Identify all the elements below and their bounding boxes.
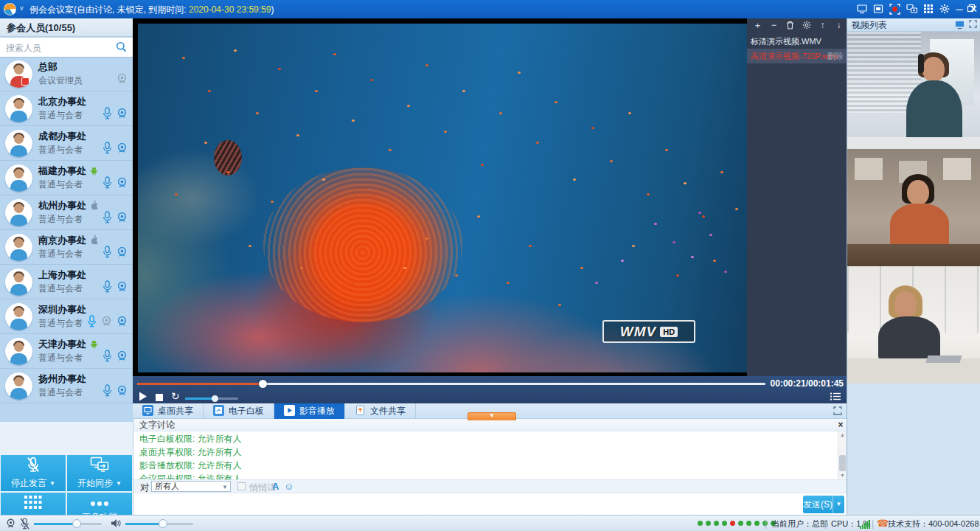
emoji-icon[interactable]: ☺ xyxy=(284,481,293,492)
playlist-move-up-icon[interactable]: ↑ xyxy=(818,21,827,30)
recipient-select[interactable]: 所有人▼ xyxy=(151,481,231,492)
webcam-icon[interactable] xyxy=(116,211,128,226)
participant-row[interactable]: 上海办事处普通与会者 xyxy=(0,265,133,299)
play-button[interactable] xyxy=(139,392,147,403)
replay-button[interactable]: ↻ xyxy=(171,390,180,402)
send-options-dropdown[interactable]: ▼ xyxy=(833,496,844,513)
webcam-feed[interactable] xyxy=(847,149,980,266)
stop-button[interactable] xyxy=(156,393,163,403)
participant-row[interactable]: 成都办事处普通与会者 xyxy=(0,126,133,161)
expand-icon[interactable] xyxy=(833,406,842,417)
participant-row[interactable]: 南京办事处普通与会者 xyxy=(0,230,133,265)
mic-icon[interactable] xyxy=(102,384,113,399)
participants-header: 参会人员(10/55) xyxy=(0,18,133,37)
separator: | xyxy=(872,518,874,529)
send-button[interactable]: 发送(S) xyxy=(803,496,833,513)
webcam-icon[interactable] xyxy=(116,176,128,191)
webcam-icon[interactable] xyxy=(116,384,128,399)
playlist-item[interactable]: 标清演示视频.WMV xyxy=(747,34,847,49)
app-logo-icon[interactable] xyxy=(4,3,16,15)
screen-share-icon[interactable] xyxy=(855,3,869,15)
participant-row[interactable]: 杭州办事处普通与会者 xyxy=(0,195,133,230)
tab-file-share[interactable]: 文件共享 xyxy=(345,403,416,419)
playlist-move-down-icon[interactable]: ↓ xyxy=(834,21,844,30)
tab-desktop-share[interactable]: 桌面共享 xyxy=(133,403,204,419)
webcam-status-icon[interactable] xyxy=(5,518,16,531)
table-decoration xyxy=(847,358,980,384)
record-icon[interactable] xyxy=(888,3,901,15)
titlebar-menu-chevron-icon[interactable]: ∨ xyxy=(19,4,25,10)
participant-row[interactable]: 天津办事处普通与会者 xyxy=(0,334,133,369)
webcam-disabled-icon[interactable] xyxy=(100,315,113,330)
more-icon xyxy=(90,499,109,509)
delete-link[interactable]: 删除 xyxy=(827,49,844,63)
video-list-expand-icon[interactable] xyxy=(969,20,977,32)
mic-icon[interactable] xyxy=(102,142,113,156)
whisper-checkbox[interactable] xyxy=(237,482,246,490)
file-share-icon xyxy=(355,405,366,418)
webcam-icon[interactable] xyxy=(116,107,128,122)
mic-icon[interactable] xyxy=(102,280,113,295)
scroll-down-icon[interactable]: ▼ xyxy=(838,472,847,479)
player-volume-slider[interactable] xyxy=(185,398,238,400)
webcam-icon[interactable] xyxy=(116,350,128,364)
search-icon[interactable] xyxy=(116,41,127,55)
panel-collapse-handle[interactable]: ▼ xyxy=(468,412,516,420)
webcam-icon[interactable] xyxy=(116,142,128,156)
video-mode-icon[interactable] xyxy=(955,20,965,32)
webcam-feed[interactable] xyxy=(847,32,980,149)
speaker-volume-slider[interactable] xyxy=(125,523,193,525)
playlist-settings-icon[interactable] xyxy=(802,21,811,30)
invite-network-icon[interactable] xyxy=(905,3,918,15)
whiteboard-icon xyxy=(213,405,224,418)
participant-row[interactable]: 深圳办事处普通与会者 xyxy=(0,299,133,334)
media-play-icon xyxy=(284,405,295,418)
stop-speaking-button[interactable]: 停止发言▼ xyxy=(1,455,66,491)
playlist-remove-icon[interactable]: − xyxy=(769,21,779,30)
progress-bar[interactable] xyxy=(137,383,765,385)
start-sync-button[interactable]: 开始同步▼ xyxy=(67,455,132,491)
playlist-toggle-icon[interactable] xyxy=(830,392,841,403)
window-mode-icon[interactable] xyxy=(872,3,885,15)
mic-volume-slider[interactable] xyxy=(34,523,102,525)
chat-scrollbar[interactable]: ▲ ▼ xyxy=(838,431,847,479)
display-grid-icon[interactable] xyxy=(922,3,935,15)
participant-row[interactable]: 福建办事处普通与会者 xyxy=(0,161,133,195)
progress-handle[interactable] xyxy=(259,380,267,388)
participant-row[interactable]: 北京办事处普通与会者 xyxy=(0,91,133,126)
mic-active-icon[interactable] xyxy=(86,315,97,330)
scroll-up-icon[interactable]: ▲ xyxy=(838,431,847,439)
player-volume-handle[interactable] xyxy=(212,395,218,402)
mic-volume-handle[interactable] xyxy=(72,519,81,528)
webcam-icon[interactable] xyxy=(116,280,128,295)
mic-icon[interactable] xyxy=(102,350,113,364)
media-playlist-panel: ＋ − ↑ ↓ 标清演示视频.WMV高清演示视频-720P.wmv删除 xyxy=(747,18,847,376)
mic-icon[interactable] xyxy=(102,176,113,191)
search-input[interactable] xyxy=(4,40,111,56)
playlist-add-icon[interactable]: ＋ xyxy=(753,21,762,30)
webcam-icon[interactable] xyxy=(116,246,128,260)
mic-icon[interactable] xyxy=(102,246,113,260)
webcam-disabled-icon[interactable] xyxy=(116,72,128,87)
playlist-trash-icon[interactable] xyxy=(785,21,795,30)
participant-row[interactable]: 扬州办事处普通与会者 xyxy=(0,369,133,403)
mic-icon[interactable] xyxy=(102,211,113,226)
mic-muted-icon[interactable] xyxy=(19,518,30,531)
close-button[interactable]: ✕ xyxy=(968,3,979,15)
webcam-icon[interactable] xyxy=(116,315,128,330)
webcam-feed[interactable] xyxy=(847,266,980,384)
speaker-volume-handle[interactable] xyxy=(159,519,167,528)
participant-row[interactable]: 总部会议管理员 xyxy=(0,57,133,91)
tab-whiteboard[interactable]: 电子白板 xyxy=(204,403,274,419)
mic-icon[interactable] xyxy=(102,107,113,122)
chat-close-icon[interactable]: × xyxy=(835,420,846,430)
settings-gear-icon[interactable] xyxy=(938,3,951,15)
scroll-thumb[interactable] xyxy=(839,455,846,471)
chat-input-area[interactable]: 发送(S) ▼ xyxy=(133,493,847,515)
wmv-hd-watermark: WMVHD xyxy=(602,320,695,343)
playlist-item[interactable]: 高清演示视频-720P.wmv删除 xyxy=(747,49,847,63)
speaker-icon[interactable] xyxy=(111,518,121,530)
tab-media-play[interactable]: 影音播放 xyxy=(274,403,345,419)
video-content[interactable]: WMVHD xyxy=(138,24,747,372)
font-style-icon[interactable]: A xyxy=(272,481,279,492)
